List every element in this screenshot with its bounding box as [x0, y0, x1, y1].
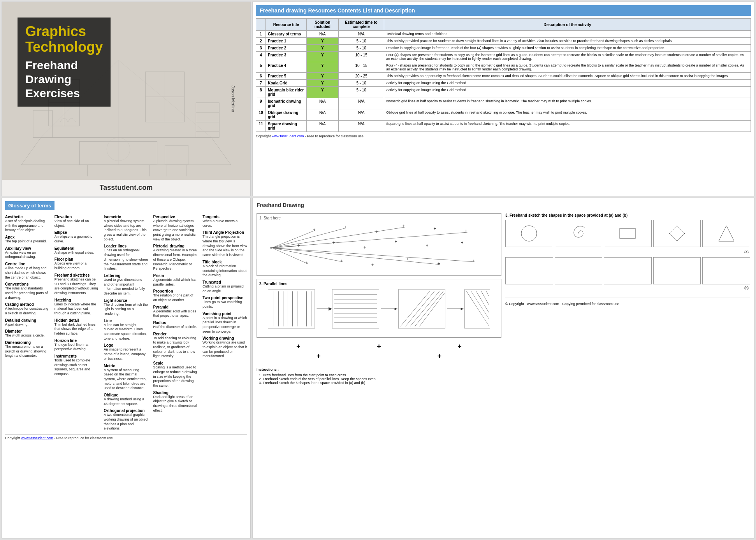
glossary-definition: Half the diameter of a circle. [153, 325, 198, 330]
row-num: 2 [256, 38, 266, 45]
glossary-term: Tangents [202, 215, 247, 219]
shape-empty-3 [604, 257, 652, 284]
glossary-page: Glossary of terms AestheticA set of prin… [2, 198, 251, 538]
glossary-column: AestheticA set of principals dealing wit… [5, 212, 50, 431]
glossary-column: PerspectiveA pictorial drawing system wh… [153, 212, 198, 431]
row-time: N/A [339, 109, 384, 121]
glossary-definition: A block of information containing inform… [202, 264, 247, 278]
glossary-term: Radius [153, 321, 198, 325]
row-num: 4 [256, 52, 266, 62]
freehand-exercises-right: 3. Freehand sketch the shapes in the spa… [505, 213, 750, 526]
table-row: 4Practice 3Y10 - 15Four (4) shapes are p… [256, 52, 751, 62]
glossary-term: Lettering [104, 274, 149, 278]
glossary-definition: Cutting a prism or pyramid on an angle. [202, 284, 247, 293]
glossary-term: Diameter [5, 329, 50, 333]
glossary-columns: AestheticA set of principals dealing wit… [5, 212, 247, 431]
svg-text:+: + [340, 258, 343, 264]
row-title: Koala Grid [266, 80, 307, 87]
svg-line-2 [21, 138, 41, 165]
row-title: Mountain bike rider grid [266, 87, 307, 98]
glossary-term: Freehand sketches [55, 273, 99, 277]
start-here-drawing: ● + + + + + + + + + + + + + + [259, 222, 499, 272]
glossary-definition: The measurements on a sketch or drawing … [5, 345, 50, 358]
glossary-definition: The top point of a pyramid. [5, 239, 50, 244]
svg-text:+: + [438, 261, 440, 266]
row-title: Practice 1 [266, 38, 307, 45]
shape-empty-2 [555, 257, 603, 284]
svg-text:+: + [344, 224, 347, 230]
glossary-definition: The eye level line in a perspective draw… [55, 343, 99, 352]
svg-line-79 [415, 291, 443, 326]
row-time: 5 - 10 [339, 38, 384, 45]
glossary-term: Logo [104, 343, 149, 347]
glossary-term: Working drawing [202, 336, 247, 340]
row-description: Four (4) shapes are presented for studen… [384, 62, 751, 73]
glossary-term: Isometric [104, 215, 149, 219]
table-row: 9Isometric drawing gridN/AN/AIsometric g… [256, 98, 751, 109]
cover-title-sub: Freehand Drawing Exercises [25, 58, 103, 100]
glossary-term: Elevation [55, 215, 99, 219]
row-time: 10 - 15 [339, 62, 384, 73]
glossary-definition: A system of measuring based on the decim… [104, 368, 149, 391]
svg-line-49 [272, 248, 308, 264]
svg-line-50 [272, 248, 343, 262]
glossary-definition: Freehand sketches can be 2D and 3D drawi… [55, 277, 99, 296]
svg-line-47 [272, 227, 405, 248]
table-row: 2Practice 1Y5 - 10This activity provided… [256, 38, 751, 45]
glossary-definition: Used to give dimensions and other import… [104, 278, 149, 296]
svg-rect-83 [465, 289, 490, 328]
table-row: 8Mountain bike rider gridY5 - 10Activity… [256, 87, 751, 98]
freehand-title: Freehand Drawing [257, 202, 750, 210]
col-solution: Solution included [306, 19, 338, 31]
glossary-footer: Copyright www.tasstudent.com - Free to r… [5, 434, 247, 440]
svg-text:●: ● [270, 246, 272, 250]
row-num: 6 [256, 73, 266, 80]
start-here-label: 1. Start here [259, 216, 499, 220]
glossary-term: Light source [104, 298, 149, 303]
cover-footer: Tasstudent.com [2, 180, 250, 196]
glossary-term: Hatching [55, 298, 99, 302]
glossary-definition: When a curve meets a curve. [202, 219, 247, 228]
row-time: 5 - 10 [339, 80, 384, 87]
row-solution: N/A [306, 121, 338, 132]
svg-text:+: + [473, 258, 475, 264]
glossary-definition: A pictorial drawing system where all hor… [153, 219, 198, 242]
table-row: 11Square drawing gridN/AN/ASquare grid l… [256, 121, 751, 132]
parallel-lines-label: 2. Parallel lines [259, 282, 499, 286]
glossary-term: Proportion [153, 289, 198, 293]
svg-line-76 [401, 291, 430, 326]
svg-text:+: + [426, 243, 429, 248]
svg-line-77 [406, 291, 434, 326]
shape-empty-4 [653, 257, 701, 284]
glossary-column: TangentsWhen a curve meets a curve.Third… [202, 212, 247, 431]
svg-marker-92 [669, 226, 685, 241]
glossary-term: Aesthetic [5, 215, 50, 219]
glossary-term: Third Angle Projection [202, 230, 247, 235]
svg-text:+: + [305, 260, 308, 266]
row-solution: Y [306, 38, 338, 45]
glossary-definition: A set of principals dealing with the app… [5, 219, 50, 233]
svg-rect-91 [620, 228, 635, 238]
row-solution: Y [306, 73, 338, 80]
shape-triangle-cell [702, 220, 750, 247]
col-time: Estimated time to complete [339, 19, 384, 31]
glossary-definition: A line can be straight, curved or freefo… [104, 323, 149, 341]
glossary-definition: An image to represent a name of a brand,… [104, 347, 149, 361]
row-time: N/A [339, 31, 384, 38]
row-time: 10 - 15 [339, 52, 384, 62]
shape-rect-cell [604, 220, 652, 247]
row-solution: N/A [306, 98, 338, 109]
glossary-term: Apex [5, 235, 50, 239]
row-solution: Y [306, 87, 338, 98]
row-title: Practice 2 [266, 45, 307, 52]
instructions-header: Instructions : [257, 368, 279, 372]
shape-circle-cell [505, 220, 553, 247]
row-title: Glossary of terms [266, 31, 307, 38]
row-solution: Y [306, 80, 338, 87]
glossary-footer-link: www.tasstudent.com [21, 436, 53, 440]
row-description: Technical drawing terms and definitions [384, 31, 751, 38]
row-description: Activity for copying an image using the … [384, 80, 751, 87]
glossary-definition: Tools used to complete drawings such as … [55, 358, 99, 377]
svg-text:+: + [364, 245, 366, 250]
glossary-term: Line [104, 319, 149, 323]
